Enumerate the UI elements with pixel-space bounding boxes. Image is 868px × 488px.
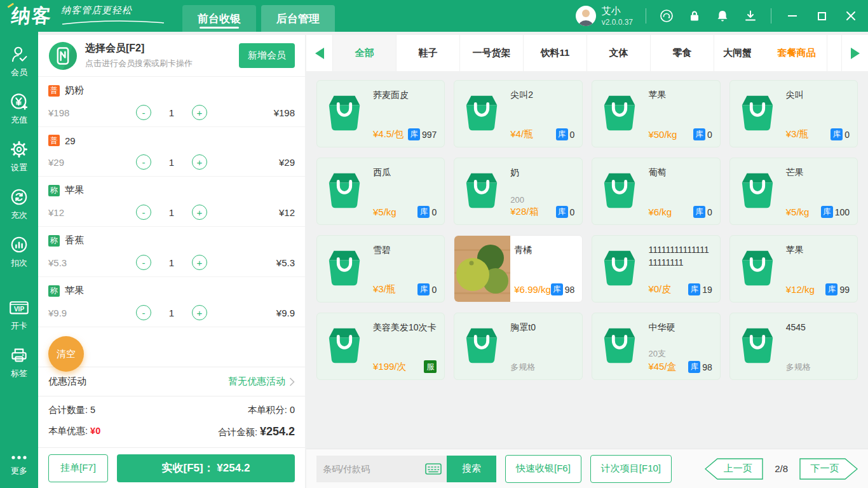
product-card[interactable]: 美容美发10次卡 ¥199/次 服 [316,313,445,380]
sidebar-item-settings[interactable]: 设置 [0,132,38,180]
cart-panel: 选择会员[F2] 点击进行会员搜索或刷卡操作 新增会员 普 奶粉 ¥198 - … [38,35,305,488]
user-info[interactable]: 艾小 v2.0.0.37 [575,5,633,27]
sidebar-item-vip-card[interactable]: VIP 开卡 [0,290,38,338]
close-button[interactable] [843,8,859,24]
clear-cart-button[interactable]: 清空 [48,336,84,372]
product-card[interactable]: 西瓜 ¥5/kg 库 0 [316,158,445,225]
product-card[interactable]: 苹果 ¥50/kg 库 0 [592,80,720,147]
download-icon[interactable] [743,8,758,24]
stock-badge: 库 [831,128,843,140]
sidebar-item-more[interactable]: 更多 [0,445,38,483]
decrease-qty-button[interactable]: - [136,154,151,170]
product-bag-icon [738,92,778,135]
category-tab[interactable]: 零食 [651,35,714,71]
item-name: 苹果 [65,285,84,297]
product-card[interactable]: 奶 200 ¥28/箱 库 0 [454,158,583,225]
category-tab[interactable]: 套餐商品 [766,35,827,71]
sidebar-item-deduct-times[interactable]: 扣次 [0,227,38,275]
increase-qty-button[interactable]: + [192,255,207,270]
service-badge: 服 [424,360,437,373]
sidebar-item-recharge[interactable]: 充值 [0,85,38,132]
sidebar-item-label-print[interactable]: 标签 [0,338,38,386]
product-card[interactable]: 4545 多规格 [729,313,858,380]
product-card[interactable]: 芒果 ¥5/kg 库 100 [729,158,858,225]
product-name: 芒果 [786,166,850,179]
category-tab[interactable]: 大闸蟹 [714,35,766,71]
stock-count: 0 [707,130,712,140]
sidebar-item-recharge-times[interactable]: 充次 [0,180,38,227]
product-name: 1111111111111111111111 [648,243,712,269]
pay-button[interactable]: 实收[F5]： ¥254.2 [117,454,295,482]
search-button[interactable]: 搜索 [447,456,496,482]
customer-service-icon[interactable] [659,8,674,24]
next-page-button[interactable]: 下一页 [799,458,858,480]
stock-count: 0 [844,130,850,140]
member-card-icon [48,41,78,71]
quick-cashier-button[interactable]: 快速收银[F6] [505,455,581,483]
triangle-left-icon [315,48,324,59]
bell-icon[interactable] [715,8,730,24]
item-qty: 1 [168,107,175,118]
lock-icon[interactable] [687,8,702,24]
stock-count: 100 [835,207,850,217]
prev-page-button[interactable]: 上一页 [705,458,763,480]
increase-qty-button[interactable]: + [192,205,207,220]
tab-front-cashier[interactable]: 前台收银 [182,5,256,32]
order-totals: 合计数量: 5 本单积分: 0 本单优惠: ¥0 合计金额: ¥254.2 [38,396,305,447]
barcode-input[interactable] [316,464,425,474]
tab-backend-admin[interactable]: 后台管理 [261,5,335,32]
product-card[interactable]: 荞麦面皮 ¥4.5/包 库 997 [316,80,445,147]
product-card[interactable]: 苹果 ¥12/kg 库 99 [729,235,858,302]
product-card[interactable]: 胸罩t0 多规格 [454,313,583,380]
category-tab[interactable]: 鞋子 [397,35,460,71]
product-photo [454,236,510,302]
sidebar: 会员 充值 设置 充次 扣次 VIP 开卡 标签 更多 [0,32,38,488]
decrease-qty-button[interactable]: - [136,105,151,120]
category-tab[interactable]: 饮料11 [524,35,587,71]
vip-card-icon: VIP [8,298,30,317]
product-card[interactable]: 尖叫2 ¥4/瓶 库 0 [454,80,583,147]
promo-row[interactable]: 优惠活动 暂无优惠活动 [38,367,305,396]
product-card[interactable]: 尖叫 ¥3/瓶 库 0 [729,80,858,147]
category-tab[interactable]: 一号货架 [460,35,524,71]
increase-qty-button[interactable]: + [192,105,207,120]
count-items-button[interactable]: 计次项目[F10] [590,455,672,483]
product-spec: 200 [510,195,574,205]
label-printer-icon [9,346,29,365]
product-card[interactable]: 中华硬 20支 ¥45/盒 库 98 [592,313,720,380]
stock-badge: 库 [688,361,700,373]
item-name: 29 [65,135,76,146]
hold-order-button[interactable]: 挂单[F7] [48,454,108,482]
stock-badge: 库 [825,283,837,295]
member-select[interactable]: 选择会员[F2] 点击进行会员搜索或刷卡操作 新增会员 [38,35,305,77]
product-price: ¥3/瓶 [786,128,809,140]
tabs-next-arrow[interactable] [841,35,868,71]
product-price: ¥199/次 [373,361,407,373]
minimize-button[interactable] [784,8,801,24]
product-card[interactable]: 葡萄 ¥6/kg 库 0 [592,158,720,225]
decrease-qty-button[interactable]: - [136,205,151,220]
item-total: ¥29 [238,157,295,168]
add-member-button[interactable]: 新增会员 [239,43,295,68]
product-card[interactable]: 1111111111111111111111 ¥0/皮 库 19 [592,235,720,302]
category-tab[interactable]: 全部 [333,35,397,71]
increase-qty-button[interactable]: + [192,154,207,170]
maximize-button[interactable] [813,8,830,24]
tabs-prev-arrow[interactable] [306,35,333,71]
increase-qty-button[interactable]: + [192,305,207,320]
item-total: ¥198 [238,107,295,118]
category-tab[interactable]: 文体 [587,35,651,71]
item-type-badge: 称 [48,285,60,297]
decrease-qty-button[interactable]: - [136,305,151,320]
item-unit-price: ¥9.9 [48,308,105,318]
product-card[interactable]: 青橘 ¥6.99/kg 库 98 [454,235,583,302]
member-select-subtitle: 点击进行会员搜索或刷卡操作 [85,58,193,69]
item-qty: 1 [168,308,175,318]
stock-badge: 库 [821,206,833,218]
product-card[interactable]: 雪碧 ¥3/瓶 库 0 [316,235,445,302]
sidebar-item-member[interactable]: 会员 [0,37,38,85]
item-unit-price: ¥12 [48,207,105,218]
decrease-qty-button[interactable]: - [136,255,151,270]
category-tabs: 全部鞋子一号货架饮料11文体零食大闸蟹套餐商品 [306,35,868,71]
keyboard-icon[interactable] [425,463,442,475]
